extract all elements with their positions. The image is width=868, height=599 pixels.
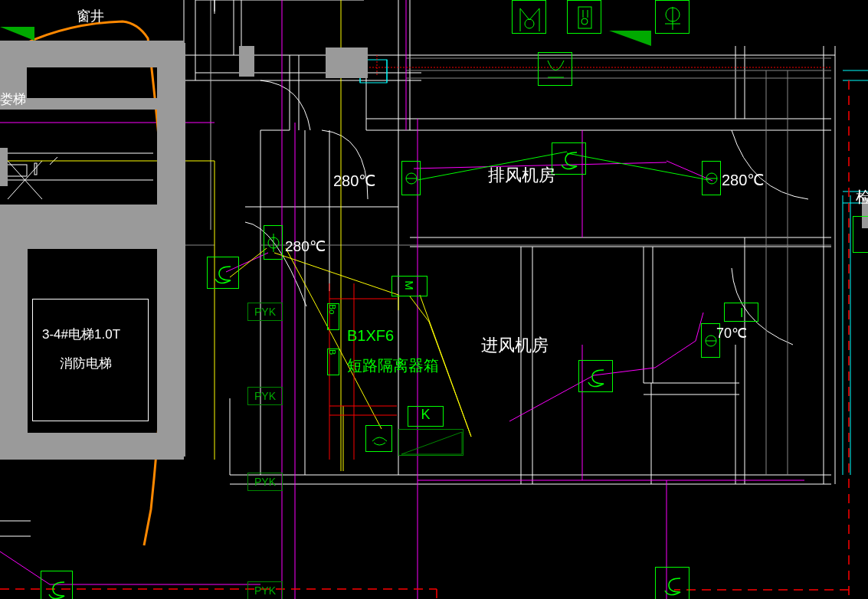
wall-left-horiz bbox=[0, 244, 28, 458]
sensor-box-top2 bbox=[567, 0, 601, 34]
svg-point-115 bbox=[581, 18, 588, 25]
wall-inner2 bbox=[0, 148, 8, 186]
sensor-box-top1 bbox=[512, 0, 546, 34]
s-sensor-2 bbox=[552, 142, 586, 175]
s-sensor-3 bbox=[578, 360, 613, 392]
svg-line-82 bbox=[655, 341, 696, 368]
sensor-i-box: I bbox=[724, 303, 758, 322]
label-t280-3: 280℃ bbox=[285, 237, 326, 255]
label-jian: 检 bbox=[856, 187, 868, 208]
darkgreen-tri-2 bbox=[609, 31, 655, 51]
right-partial-box bbox=[853, 216, 868, 253]
label-t70: 70℃ bbox=[716, 325, 747, 342]
wall-block3 bbox=[239, 46, 254, 77]
triangle-block bbox=[398, 429, 463, 456]
m-block: M bbox=[391, 276, 427, 296]
s-sensor-4 bbox=[41, 571, 73, 599]
label-isolator-box: 短路隔离器箱 bbox=[347, 355, 439, 376]
wall-inner3 bbox=[0, 205, 159, 249]
sensor-phi bbox=[264, 225, 283, 260]
sensor-theta-2 bbox=[702, 161, 721, 195]
label-t280-1: 280℃ bbox=[333, 172, 375, 190]
bo-block: Bo bbox=[327, 303, 339, 330]
svg-text:I: I bbox=[740, 306, 743, 319]
s-sensor-5 bbox=[655, 567, 689, 599]
label-t280-2: 280℃ bbox=[722, 171, 764, 189]
pyk-3: PYK bbox=[247, 473, 283, 491]
svg-line-112 bbox=[567, 153, 709, 180]
k-block: K bbox=[408, 406, 444, 427]
label-fire-elevator: 消防电梯 bbox=[60, 355, 112, 372]
svg-rect-48 bbox=[34, 163, 37, 175]
label-chuangj: 窗井 bbox=[77, 7, 104, 25]
wall-bottom-left bbox=[0, 433, 184, 460]
svg-rect-114 bbox=[578, 7, 591, 28]
s-sensor-1 bbox=[207, 257, 239, 289]
label-xf6: B1XF6 bbox=[347, 327, 394, 345]
label-intake-room: 进风机房 bbox=[481, 334, 549, 357]
label-elevator-title: 3-4#电梯1.0T bbox=[42, 326, 120, 343]
label-exhaust-room: 排风机房 bbox=[488, 164, 555, 187]
svg-point-113 bbox=[525, 19, 534, 28]
wall-block1 bbox=[326, 47, 368, 78]
label-loutj: 娄梯 bbox=[0, 90, 26, 108]
sensor-box-top3 bbox=[655, 0, 689, 34]
pyk-4: PYK bbox=[247, 581, 283, 599]
sensor-box-mid bbox=[538, 52, 572, 86]
phone-block bbox=[365, 425, 392, 452]
wall-left-vert2 bbox=[157, 43, 185, 457]
sensor-theta-1 bbox=[401, 161, 421, 195]
pyk-1: PYK bbox=[247, 303, 283, 321]
darkgreen-tri-1 bbox=[0, 27, 38, 45]
pyk-2: PYK bbox=[247, 387, 283, 405]
b-block: B bbox=[327, 349, 339, 375]
